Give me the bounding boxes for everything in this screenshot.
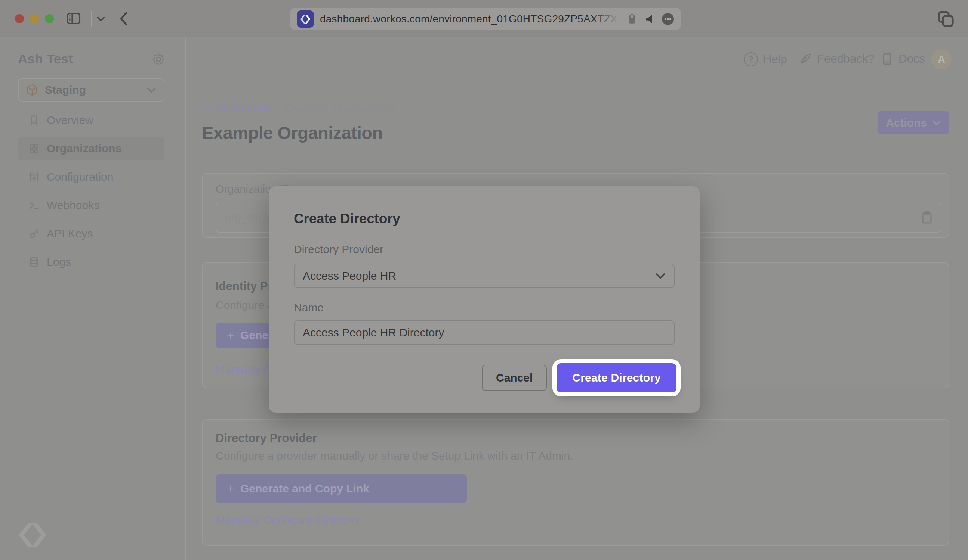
name-field-label: Name <box>294 301 324 314</box>
cancel-button[interactable]: Cancel <box>482 365 547 391</box>
directory-provider-selected-value: Access People HR <box>303 269 396 282</box>
modal-actions: Cancel Create Directory <box>269 361 699 395</box>
name-input[interactable] <box>303 326 666 339</box>
chevron-down-icon <box>655 273 666 279</box>
directory-provider-select[interactable]: Access People HR <box>294 264 675 288</box>
create-directory-button[interactable]: Create Directory <box>557 363 676 392</box>
create-directory-modal: Create Directory Directory Provider Acce… <box>269 186 699 413</box>
directory-provider-select-label: Directory Provider <box>294 243 383 256</box>
modal-title: Create Directory <box>294 211 400 226</box>
screenshot-root: dashboard.workos.com/environment_01G0HTS… <box>0 0 968 560</box>
name-field <box>294 320 675 345</box>
